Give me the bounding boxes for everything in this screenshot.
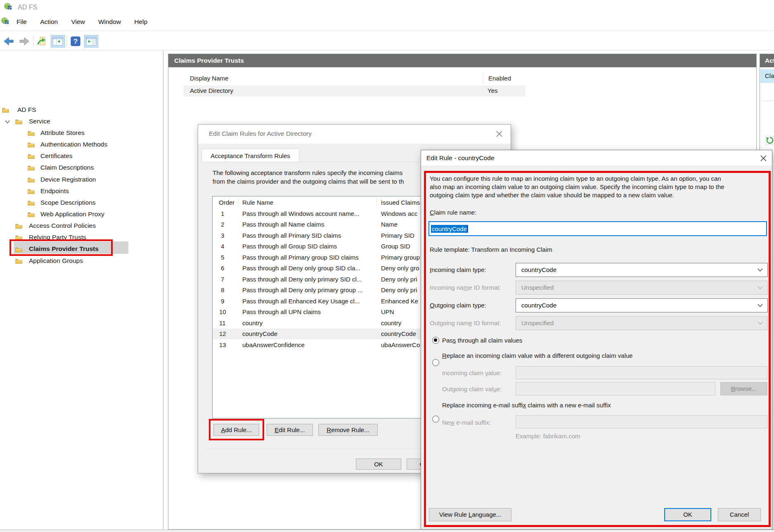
incoming-name-id-format-label: Incoming name ID format: [430, 284, 501, 291]
tab-acceptance-transform-rules[interactable]: Acceptance Transform Rules [201, 149, 299, 162]
folder-icon [15, 118, 22, 124]
selected-text: countryCode [431, 225, 468, 233]
toolbar-separator [66, 36, 67, 47]
add-rule-button[interactable]: Add Rule... [213, 424, 259, 436]
rule-name: countryCode [242, 329, 277, 339]
claim-rule-name-input[interactable]: countryCode [428, 221, 767, 236]
tree-item-label: Service [29, 116, 50, 127]
radio-pass-through[interactable] [432, 337, 439, 344]
rule-template-label: Rule template: Transform an Incoming Cla… [430, 246, 552, 253]
rule-name: Pass through all Name claims [242, 219, 324, 230]
tree-item-label: Certificates [40, 150, 73, 162]
rule-issued: country [381, 318, 401, 329]
actions-separator [762, 101, 774, 101]
menu-window[interactable]: Window [92, 16, 127, 28]
close-button[interactable] [756, 152, 770, 164]
column-rule-name[interactable]: Rule Name [242, 198, 273, 208]
tree-item-label: Device Registration [40, 174, 96, 185]
chevron-down-icon [757, 286, 763, 290]
refresh-action[interactable] [765, 136, 774, 146]
rule-issued: Enhanced Ke [381, 296, 418, 307]
tree-item-label: Scope Descriptions [40, 197, 96, 208]
outgoing-name-id-format-label: Outgoing name ID format: [430, 319, 501, 326]
ok-button[interactable]: OK [664, 508, 711, 521]
forward-button[interactable] [17, 35, 31, 47]
ok-button[interactable]: OK [356, 459, 401, 470]
column-enabled[interactable]: Enabled [488, 75, 511, 82]
rule-issued: Deny only gro [381, 263, 419, 274]
radio-pass-through-label[interactable]: Pass through all claim values [442, 337, 522, 344]
column-divider [238, 198, 239, 206]
edit-rule-button[interactable]: Edit Rule... [267, 424, 313, 436]
actions-selected-item[interactable]: Cla [760, 69, 774, 83]
menu-action[interactable]: Action [34, 16, 64, 28]
table-row[interactable]: Active Directory Yes [184, 85, 525, 97]
tree-item-label: Claims Provider Trusts [29, 243, 99, 255]
incoming-claim-type-select[interactable]: countryCode [516, 263, 768, 277]
show-action-pane-button[interactable] [84, 35, 98, 47]
dialog-title: Edit Claim Rules for Active Directory [209, 130, 312, 137]
menu-file[interactable]: File [11, 16, 33, 28]
console-window-icon [52, 37, 63, 46]
back-icon [3, 37, 14, 46]
folder-icon [28, 165, 35, 170]
adfs-management-window: AD FS File Action View Window Help [0, 0, 774, 532]
column-divider [376, 198, 377, 206]
refresh-icon [765, 136, 774, 145]
chevron-down-icon [757, 304, 763, 307]
rule-description-line2: also map an incoming claim value to an o… [430, 183, 724, 190]
row-enabled: Yes [488, 87, 497, 94]
column-display-name[interactable]: Display Name [190, 75, 228, 82]
export-list-button[interactable] [35, 35, 49, 47]
back-button[interactable] [2, 35, 16, 47]
folder-icon [28, 130, 35, 136]
toolbar-separator [33, 36, 33, 47]
cancel-button[interactable]: Cancel [718, 508, 761, 521]
rule-description-line3: outgoing claim type and whether the clai… [430, 192, 674, 199]
outgoing-claim-value-label: Outgoing claim value: [442, 385, 502, 392]
menubar: File Action View Window Help [0, 15, 774, 29]
column-order[interactable]: Order [219, 198, 234, 208]
toolbar-divider [0, 50, 774, 50]
folder-icon [2, 107, 9, 113]
edit-rule-dialog: Edit Rule - countryCode You can configur… [421, 150, 772, 530]
rule-order: 1 [221, 208, 224, 219]
view-rule-language-button[interactable]: View Rule Language... [429, 508, 511, 521]
rule-name: Pass through all Group SID claims [242, 241, 337, 252]
rule-order: 5 [221, 252, 224, 263]
rule-name: Pass through all Deny only primary group… [242, 285, 363, 296]
window-bottom-edge [0, 530, 774, 532]
rule-order: 11 [219, 318, 226, 329]
dialog-titlebar[interactable]: Edit Rule - countryCode [421, 150, 772, 166]
radio-replace-email-suffix[interactable] [432, 416, 439, 423]
column-issued-claims[interactable]: Issued Claims [381, 198, 420, 208]
incoming-claim-value-label: Incoming claim value: [442, 369, 502, 376]
selected-value: countryCode [521, 302, 556, 309]
radio-replace-value-label[interactable]: Replace an incoming claim value with a d… [442, 352, 633, 359]
outgoing-claim-type-select[interactable]: countryCode [516, 298, 768, 312]
folder-icon [28, 153, 35, 159]
menu-toolbar-divider [0, 31, 774, 31]
help-button[interactable]: ? [69, 35, 83, 47]
example-text: Example: fabrikam.com [516, 433, 580, 440]
radio-replace-value[interactable] [432, 359, 439, 366]
svg-text:?: ? [73, 38, 78, 45]
remove-rule-button[interactable]: Remove Rule... [318, 424, 378, 436]
row-display-name: Active Directory [190, 87, 233, 94]
show-console-tree-button[interactable] [51, 35, 65, 47]
incoming-name-id-format-select: Unspecified [516, 281, 768, 295]
outgoing-name-id-format-select: Unspecified [516, 316, 768, 330]
forward-icon [19, 37, 30, 46]
menu-view[interactable]: View [65, 16, 90, 28]
new-email-suffix-input [516, 415, 767, 428]
dialog-titlebar[interactable]: Edit Claim Rules for Active Directory [198, 125, 511, 144]
rule-issued: Primary group [381, 252, 420, 263]
menu-help[interactable]: Help [128, 16, 153, 28]
selected-value: Unspecified [521, 284, 554, 291]
rule-name: country [242, 318, 263, 329]
close-button[interactable] [492, 128, 506, 140]
rule-issued: Primary SID [381, 230, 414, 241]
rule-name: Pass through all Windows account name... [242, 208, 359, 219]
selected-value: Unspecified [521, 319, 554, 326]
radio-replace-email-suffix-label[interactable]: Replace incoming e-mail suffix claims wi… [442, 402, 611, 409]
